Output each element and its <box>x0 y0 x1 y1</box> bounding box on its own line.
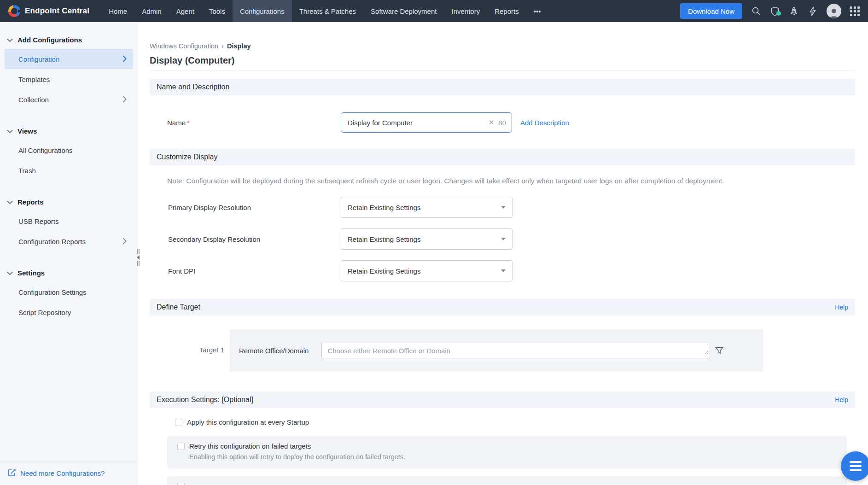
add-description-link[interactable]: Add Description <box>520 119 569 127</box>
target-row: Target 1 Remote Office/Domain <box>150 329 855 372</box>
filter-funnel-icon[interactable] <box>715 346 724 355</box>
sidebar-item-templates[interactable]: Templates <box>0 69 138 89</box>
remote-office-domain-label: Remote Office/Domain <box>239 347 309 355</box>
chevron-right-icon <box>122 238 127 246</box>
retry-failed-targets-checkbox[interactable] <box>177 443 185 450</box>
primary-display-resolution-row: Primary Display Resolution Retain Existi… <box>150 197 855 218</box>
section-header-customize-display: Customize Display <box>150 149 855 165</box>
breadcrumb-windows-configuration[interactable]: Windows Configuration <box>150 42 218 50</box>
secondary-display-resolution-label: Secondary Display Resolution <box>150 235 341 243</box>
sidebar-item-script-repository[interactable]: Script Repository <box>0 302 138 322</box>
chevron-down-icon <box>7 198 13 206</box>
chevron-right-icon <box>122 55 127 64</box>
chevron-down-icon <box>7 269 13 277</box>
breadcrumb-separator: › <box>221 42 224 50</box>
deployment-note: Note: Configuration will be deployed dur… <box>150 176 855 186</box>
target-1-label: Target 1 <box>150 346 224 354</box>
rocket-icon[interactable] <box>789 6 799 16</box>
name-label: Name* <box>150 119 341 127</box>
sidebar-item-trash[interactable]: Trash <box>0 160 138 181</box>
nav-more-menu[interactable]: ••• <box>526 0 548 22</box>
primary-display-resolution-select[interactable]: Retain Existing Settings <box>341 197 513 218</box>
apps-grid-icon[interactable] <box>850 6 860 16</box>
required-asterisk: * <box>187 119 190 127</box>
user-avatar[interactable] <box>827 4 841 18</box>
dropdown-caret-icon <box>501 206 506 209</box>
sidebar-header-add-configurations[interactable]: Add Configurations <box>0 30 138 49</box>
next-option-checkbox[interactable] <box>177 483 185 485</box>
nav-right-tools: Download Now <box>680 3 868 19</box>
sidebar-item-configuration[interactable]: Configuration <box>5 49 133 69</box>
page-title: Display (Computer) <box>150 55 855 70</box>
sidebar-item-collection[interactable]: Collection <box>0 89 138 110</box>
nav-item-home[interactable]: Home <box>101 0 134 22</box>
apply-at-startup-checkbox[interactable] <box>175 419 182 426</box>
nav-item-configurations[interactable]: Configurations <box>233 0 292 22</box>
primary-nav: Home Admin Agent Tools Configurations Th… <box>101 0 548 22</box>
brand-name: Endpoint Central <box>25 6 89 16</box>
status-badge <box>776 11 781 16</box>
nav-item-threats-patches[interactable]: Threats & Patches <box>292 0 363 22</box>
define-target-help-link[interactable]: Help <box>835 304 848 311</box>
name-input-wrap: ✕ 80 <box>341 112 512 133</box>
floating-menu-button[interactable] <box>841 451 868 481</box>
lightning-icon[interactable] <box>808 6 818 16</box>
sidebar-item-usb-reports[interactable]: USB Reports <box>0 211 138 231</box>
clear-input-icon[interactable]: ✕ <box>489 118 495 127</box>
search-icon[interactable] <box>751 6 761 16</box>
retry-failed-targets-panel: Retry this configuration on failed targe… <box>167 436 847 468</box>
sidebar-item-configuration-reports[interactable]: Configuration Reports <box>0 231 138 251</box>
chevron-right-icon <box>122 96 127 104</box>
sidebar: Add Configurations Configuration Templat… <box>0 22 138 485</box>
remote-office-domain-input[interactable] <box>321 343 710 358</box>
sidebar-collapse-handle[interactable] <box>135 249 141 268</box>
section-header-execution-settings: Execution Settings: [Optional] Help <box>150 392 855 408</box>
target-panel: Remote Office/Domain <box>230 329 763 372</box>
download-now-button[interactable]: Download Now <box>680 3 742 19</box>
nav-item-agent[interactable]: Agent <box>169 0 202 22</box>
sidebar-section-settings: Settings Configuration Settings Script R… <box>0 263 138 322</box>
font-dpi-select[interactable]: Retain Existing Settings <box>341 260 513 281</box>
nav-item-admin[interactable]: Admin <box>134 0 169 22</box>
nav-item-inventory[interactable]: Inventory <box>444 0 487 22</box>
nav-item-tools[interactable]: Tools <box>202 0 233 22</box>
retry-failed-targets-label: Retry this configuration on failed targe… <box>189 442 311 450</box>
sidebar-header-reports[interactable]: Reports <box>0 193 138 211</box>
apply-at-startup-row: Apply this configuration at every Startu… <box>175 418 855 426</box>
sidebar-header-views[interactable]: Views <box>0 122 138 140</box>
chevron-down-icon <box>7 36 13 44</box>
nav-item-reports[interactable]: Reports <box>487 0 526 22</box>
sidebar-section-reports: Reports USB Reports Configuration Report… <box>0 193 138 251</box>
sidebar-section-add-configurations: Add Configurations Configuration Templat… <box>0 30 138 110</box>
configuration-name-input[interactable] <box>348 119 489 127</box>
remote-office-input-wrap <box>321 343 710 358</box>
font-dpi-label: Font DPI <box>150 267 341 275</box>
next-option-panel <box>167 476 847 485</box>
retry-failed-targets-note: Enabling this option will retry to deplo… <box>189 453 847 461</box>
security-shield-icon[interactable] <box>770 6 780 16</box>
execution-settings-help-link[interactable]: Help <box>835 396 848 403</box>
secondary-display-resolution-select[interactable]: Retain Existing Settings <box>341 228 513 250</box>
chevron-down-icon <box>7 127 13 135</box>
brand[interactable]: Endpoint Central <box>0 5 101 17</box>
name-field-row: Name* ✕ 80 Add Description <box>150 112 855 133</box>
primary-display-resolution-label: Primary Display Resolution <box>150 204 341 211</box>
nav-item-software-deployment[interactable]: Software Deployment <box>363 0 444 22</box>
dropdown-caret-icon <box>501 269 506 272</box>
endpoint-central-logo-icon <box>8 5 20 17</box>
breadcrumb: Windows Configuration › Display <box>150 42 855 50</box>
sidebar-section-views: Views All Configurations Trash <box>0 122 138 181</box>
main-content: Windows Configuration › Display Display … <box>138 22 868 485</box>
need-more-configurations-link[interactable]: Need more Configurations? <box>0 461 138 485</box>
sidebar-item-all-configurations[interactable]: All Configurations <box>0 140 138 160</box>
dropdown-caret-icon <box>501 238 506 240</box>
sidebar-item-configuration-settings[interactable]: Configuration Settings <box>0 282 138 302</box>
font-dpi-row: Font DPI Retain Existing Settings <box>150 260 855 281</box>
edit-pencil-icon <box>8 468 16 478</box>
breadcrumb-current: Display <box>227 42 251 50</box>
secondary-display-resolution-row: Secondary Display Resolution Retain Exis… <box>150 228 855 250</box>
section-header-name-description: Name and Description <box>150 79 855 95</box>
sidebar-header-settings[interactable]: Settings <box>0 263 138 282</box>
apply-at-startup-label: Apply this configuration at every Startu… <box>187 418 309 426</box>
char-counter: 80 <box>498 119 506 127</box>
